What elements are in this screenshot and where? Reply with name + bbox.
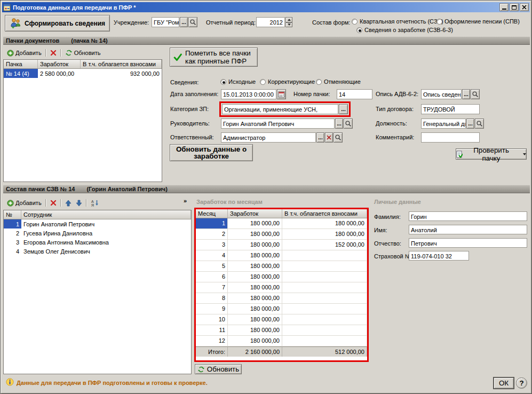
responsible-select-button[interactable]: ... xyxy=(316,132,324,143)
employees-delete-button[interactable] xyxy=(48,199,59,207)
month-cell[interactable]: 2 xyxy=(196,229,228,240)
month-taxable-cell[interactable] xyxy=(282,314,367,325)
month-earnings-cell[interactable]: 180 000,00 xyxy=(228,218,282,229)
month-earnings-cell[interactable]: 180 000,00 xyxy=(228,250,282,261)
firstname-input[interactable]: Анатолий xyxy=(409,225,527,234)
month-row[interactable]: 4180 000,00 xyxy=(196,250,367,261)
institution-select-button[interactable]: ... xyxy=(180,17,188,27)
month-taxable-cell[interactable] xyxy=(282,304,367,314)
employee-name-cell[interactable]: Земцов Олег Денисович xyxy=(21,247,191,256)
manager-select-button[interactable]: ... xyxy=(335,119,343,129)
month-taxable-cell[interactable]: 152 000,00 xyxy=(282,240,367,250)
period-down-button[interactable] xyxy=(285,22,292,28)
month-earnings-cell[interactable]: 180 000,00 xyxy=(228,325,282,336)
month-row[interactable]: 10180 000,00 xyxy=(196,314,367,325)
employee-name-cell[interactable]: Гусева Ирина Даниловна xyxy=(21,228,191,238)
close-button[interactable] xyxy=(520,3,529,11)
manager-input[interactable]: Горин Анатолий Петрович xyxy=(221,119,335,129)
inventory-input[interactable]: Опись сведен xyxy=(421,89,462,99)
minimize-button[interactable] xyxy=(499,3,509,11)
ok-button[interactable]: ОК xyxy=(494,377,514,389)
month-row[interactable]: 12180 000,00 xyxy=(196,336,367,346)
category-select-button[interactable]: ... xyxy=(339,104,348,114)
responsible-clear-button[interactable] xyxy=(325,132,333,143)
month-earnings-cell[interactable]: 180 000,00 xyxy=(228,240,282,250)
month-earnings-cell[interactable]: 180 000,00 xyxy=(228,229,282,240)
month-earnings-cell[interactable]: 180 000,00 xyxy=(228,336,282,346)
position-input[interactable]: Генеральный директор xyxy=(421,119,466,129)
column-header[interactable]: № xyxy=(4,210,21,219)
month-taxable-cell[interactable] xyxy=(282,272,367,282)
month-cell[interactable]: 4 xyxy=(196,250,228,261)
maximize-button[interactable] xyxy=(510,3,519,11)
employee-num-cell[interactable]: 3 xyxy=(4,238,21,247)
month-row[interactable]: 7180 000,00 xyxy=(196,282,367,293)
responsible-input[interactable]: Администратор xyxy=(221,132,316,143)
month-row[interactable]: 2180 000,00180 000,00 xyxy=(196,229,367,240)
packet-number-input[interactable]: 14 xyxy=(337,89,372,99)
month-earnings-cell[interactable]: 180 000,00 xyxy=(228,314,282,325)
month-earnings-cell[interactable]: 180 000,00 xyxy=(228,293,282,304)
employee-num-cell[interactable]: 4 xyxy=(4,247,21,256)
column-header[interactable]: Пачка xyxy=(4,60,38,68)
column-header[interactable]: В т.ч. облагается взносами xyxy=(81,60,162,68)
radio-earnings-info[interactable]: Сведения о заработке (СЗВ-6-3) xyxy=(356,27,453,33)
packet-id-cell[interactable]: № 14 (4) xyxy=(4,69,38,78)
month-row[interactable]: 1180 000,00180 000,00 xyxy=(196,218,367,229)
month-cell[interactable]: 7 xyxy=(196,282,228,293)
column-header[interactable]: Заработок xyxy=(38,60,81,68)
month-earnings-cell[interactable]: 180 000,00 xyxy=(228,282,282,293)
check-packet-button[interactable]: Проверить пачку xyxy=(456,148,527,160)
fill-date-calendar-button[interactable] xyxy=(277,89,286,99)
packet-earnings-cell[interactable]: 2 580 000,00 xyxy=(38,69,81,78)
move-down-button[interactable] xyxy=(74,199,84,207)
radio-quarterly[interactable]: Квартальная отчетность (СЗВ) xyxy=(352,18,443,25)
move-up-button[interactable] xyxy=(63,199,74,207)
period-up-button[interactable] xyxy=(285,17,292,22)
employee-num-cell[interactable]: 2 xyxy=(4,228,21,238)
month-row[interactable]: 8180 000,00 xyxy=(196,293,367,304)
month-taxable-cell[interactable]: 180 000,00 xyxy=(282,218,367,229)
update-earnings-button[interactable]: Обновить данные о заработке xyxy=(170,144,253,161)
responsible-search-button[interactable] xyxy=(334,132,343,143)
report-period-input[interactable]: 2012 xyxy=(256,17,285,27)
sort-button[interactable]: А Я xyxy=(89,199,101,207)
employee-row[interactable]: 1Горин Анатолий Петрович xyxy=(4,219,191,228)
category-input[interactable]: Организации, применяющие УСН, xyxy=(222,104,338,114)
month-cell[interactable]: 6 xyxy=(196,272,228,282)
packets-delete-button[interactable] xyxy=(48,49,59,57)
month-cell[interactable]: 3 xyxy=(196,240,228,250)
inventory-select-button[interactable]: ... xyxy=(462,89,470,99)
month-earnings-cell[interactable]: 180 000,00 xyxy=(228,261,282,272)
employee-row[interactable]: 4Земцов Олег Денисович xyxy=(4,247,191,256)
employee-row[interactable]: 2Гусева Ирина Даниловна xyxy=(4,228,191,238)
month-cell[interactable]: 8 xyxy=(196,293,228,304)
month-row[interactable]: 9180 000,00 xyxy=(196,304,367,314)
month-taxable-cell[interactable] xyxy=(282,325,367,336)
contract-type-input[interactable]: ТРУДОВОЙ xyxy=(421,104,480,114)
institution-input[interactable]: ГБУ "Рома xyxy=(152,17,179,27)
packets-refresh-button[interactable]: Обновить xyxy=(63,49,103,57)
insurance-number-input[interactable]: 119-074-010 32 xyxy=(409,251,469,261)
month-cell[interactable]: 10 xyxy=(196,314,228,325)
month-taxable-cell[interactable] xyxy=(282,293,367,304)
month-earnings-cell[interactable]: 180 000,00 xyxy=(228,304,282,314)
month-row[interactable]: 5180 000,00 xyxy=(196,261,367,272)
inventory-search-button[interactable] xyxy=(471,89,480,99)
month-cell[interactable]: 1 xyxy=(196,218,228,229)
month-cell[interactable]: 11 xyxy=(196,325,228,336)
month-earnings-cell[interactable]: 180 000,00 xyxy=(228,272,282,282)
manager-search-button[interactable] xyxy=(344,119,353,129)
radio-correcting[interactable]: Корректирующие xyxy=(260,78,315,85)
fill-date-input[interactable]: 15.01.2013 0:00:00 xyxy=(221,89,276,99)
month-cell[interactable]: 9 xyxy=(196,304,228,314)
mark-accepted-button[interactable]: Пометить все пачки как принятые ПФР xyxy=(170,48,258,67)
month-taxable-cell[interactable]: 180 000,00 xyxy=(282,229,367,240)
radio-pension[interactable]: Оформление пенсии (СПВ) xyxy=(436,18,520,25)
column-header[interactable]: В т.ч. облагается взносами xyxy=(282,209,367,218)
more-buttons-chevron[interactable]: » xyxy=(184,198,187,204)
month-row[interactable]: 6180 000,00 xyxy=(196,272,367,282)
packet-taxable-cell[interactable]: 932 000,00 xyxy=(81,69,162,78)
packets-add-button[interactable]: Добавить xyxy=(5,49,44,57)
packet-row[interactable]: № 14 (4)2 580 000,00932 000,00 xyxy=(4,69,162,78)
